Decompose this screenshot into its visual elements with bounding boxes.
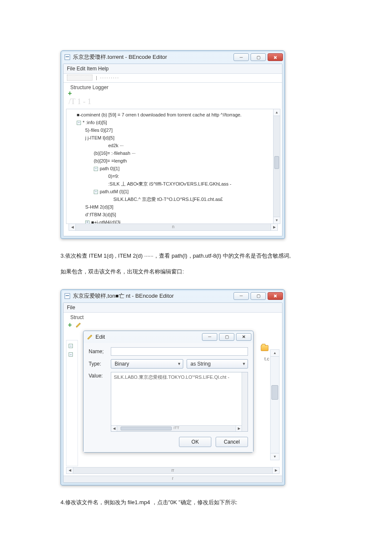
tree-row[interactable]: +■+i-ntM4(d)[3j — [70, 218, 271, 224]
tab-bar[interactable]: Structure Logger — [63, 83, 282, 90]
scroll-thumb[interactable] — [274, 156, 279, 169]
minimize-button[interactable]: ─ — [202, 333, 217, 341]
type-label: Type: — [89, 361, 107, 367]
tab-bar[interactable]: Struct — [63, 313, 282, 321]
collapse-icon[interactable]: − — [94, 167, 98, 171]
scroll-right-icon[interactable]: ▶ — [271, 224, 277, 230]
minimize-button[interactable]: ─ — [233, 292, 249, 300]
maximize-button[interactable]: ▢ — [219, 333, 234, 341]
horizontal-scrollbar[interactable]: ◀ rr ▶ — [66, 467, 280, 474]
svg-rect-3 — [66, 295, 69, 296]
tree-row[interactable]: (b)[16]= :-filehash ··· — [70, 149, 271, 157]
tree-pane-bg: − − — [66, 340, 78, 466]
scroll-left-icon[interactable]: ◀ — [69, 224, 76, 230]
tree-row[interactable]: j j-ITEM l[d)[5] — [70, 134, 271, 142]
menubar[interactable]: File — [63, 303, 282, 313]
hscroll-label: n — [172, 224, 175, 229]
icon-toolbar: + — [63, 321, 282, 331]
name-input[interactable] — [111, 347, 248, 356]
svg-marker-4 — [76, 323, 81, 327]
vertical-scrollbar[interactable]: ▲ ▼ — [270, 349, 280, 460]
value-textarea[interactable]: SlLK.LABO.東京恋愛模様.TOKYO.LO'^RS.LIFE.Ql.ch… — [111, 372, 248, 432]
collapse-icon[interactable]: − — [69, 344, 73, 348]
collapse-icon[interactable]: − — [77, 121, 81, 125]
bg-text: t.c — [264, 356, 269, 361]
scroll-right-icon[interactable]: ▶ — [272, 468, 279, 473]
pencil-icon[interactable] — [75, 322, 81, 328]
name-label: Name; — [89, 349, 107, 354]
pencil-icon — [87, 334, 93, 340]
app-icon — [64, 293, 70, 299]
titlebar[interactable]: 乐京悲爱瓊样.torrent - BEncode Editor ─ ▢ ✕ — [61, 51, 285, 64]
folder-icon[interactable] — [261, 345, 268, 351]
maximize-button[interactable]: ▢ — [251, 292, 266, 300]
hscroll-label: rr — [171, 468, 174, 473]
tree-row[interactable]: 5)-files 0)[27] — [70, 126, 271, 134]
as-select[interactable]: as String ▼ — [187, 359, 248, 369]
horizontal-scrollbar[interactable]: ◀ n ▶ — [69, 224, 278, 231]
scroll-up-icon[interactable]: ▲ — [274, 109, 280, 116]
tree-row[interactable]: :SILK 丄 ABO•東京 iS^lIffi-TCXYOlOv'ERS.LIF… — [70, 180, 271, 188]
chevron-down-icon: ▼ — [242, 362, 246, 366]
edit-dialog: Edit ─ ▢ ✕ Name; Type: — [83, 331, 254, 453]
tree-pane: ■-cominent (b) [59] = 7 orren t download… — [66, 109, 280, 224]
close-button[interactable]: ✕ — [236, 333, 251, 341]
bencode-editor-window-2: 东京应爱唆样,ton■亡 nt - BEncode Editor ─ ▢ ✕ F… — [61, 289, 285, 485]
cancel-button[interactable]: Cancel — [216, 437, 248, 447]
scroll-left-icon[interactable]: ◀ — [111, 426, 117, 431]
window-title: 东京应爱唆样,ton■亡 nt - BEncode Editor — [73, 292, 231, 300]
horizontal-scrollbar[interactable]: ◀ ITT ▶ — [111, 425, 242, 431]
tree-row[interactable]: −* :info (d)[5] — [70, 119, 271, 126]
ok-button[interactable]: OK — [179, 437, 211, 447]
scroll-left-icon[interactable]: ◀ — [66, 468, 73, 473]
close-button[interactable]: ✕ — [268, 292, 283, 300]
collapse-icon[interactable]: − — [69, 352, 73, 357]
vertical-scrollbar[interactable]: ▲ ▼ — [273, 109, 280, 224]
chevron-down-icon: ▼ — [177, 362, 181, 366]
tree-row[interactable]: d':fTBM 3(d)[5] — [70, 211, 271, 218]
tree-row[interactable]: −path 0)[1] — [70, 165, 271, 172]
dialog-titlebar[interactable]: Edit ─ ▢ ✕ — [84, 331, 253, 343]
faded-heading: /T 1 - 1 — [63, 97, 282, 106]
tree-row[interactable]: (b)[20]= =length — [70, 157, 271, 165]
vertical-scrollbar[interactable] — [242, 372, 248, 431]
tree-view[interactable]: ■-cominent (b) [59] = 7 orren t download… — [66, 109, 273, 224]
minimize-button[interactable]: ─ — [233, 53, 249, 61]
dialog-title: Edit — [95, 334, 199, 340]
plus-icon[interactable]: + — [67, 90, 73, 96]
scroll-right-icon[interactable]: ▶ — [236, 426, 242, 431]
svg-marker-5 — [88, 335, 92, 339]
titlebar[interactable]: 东京应爱唆样,ton■亡 nt - BEncode Editor ─ ▢ ✕ — [61, 290, 285, 302]
svg-rect-1 — [66, 56, 69, 57]
scroll-up-icon[interactable]: ▲ — [271, 350, 279, 357]
menubar[interactable]: File Edit Item Help — [63, 64, 282, 74]
tree-row[interactable]: S-HtM 2(d)[3] — [70, 203, 271, 211]
sub-toolbar: | ········· — [63, 74, 282, 83]
scroll-down-icon[interactable]: ▼ — [271, 453, 279, 460]
scroll-down-icon[interactable]: ▼ — [274, 217, 280, 224]
instruction-text-3a: 3.依次检查 ITEM 1(d) , ITEM 2(d) ······，查看 p… — [61, 252, 375, 261]
tree-row[interactable]: SILK.LABC.^ 京恋愛 tO-T^O.LO^RS.L[FE.01.cht… — [70, 195, 271, 203]
maximize-button[interactable]: ▢ — [251, 53, 266, 61]
outer-hscroll-label: r — [63, 476, 282, 482]
tree-row[interactable]: ed2k ··· — [70, 142, 271, 149]
window-title: 乐京悲爱瓊样.torrent - BEncode Editor — [73, 53, 231, 61]
tree-row[interactable]: −path.utM (l)[1] — [70, 188, 271, 195]
tree-row[interactable]: ■-cominent (b) [59] = 7 orren t download… — [70, 111, 271, 119]
collapse-icon[interactable]: − — [94, 190, 98, 194]
plus-icon[interactable]: + — [67, 322, 73, 328]
scroll-thumb[interactable] — [271, 385, 278, 400]
instruction-text-3b: 如果包含，双击该文件名，出现文件名称编辑窗口: — [61, 267, 375, 276]
type-select[interactable]: Binary ▼ — [111, 359, 183, 369]
value-label: Value: — [89, 372, 107, 432]
bencode-editor-window-1: 乐京悲爱瓊样.torrent - BEncode Editor ─ ▢ ✕ Fi… — [61, 50, 285, 239]
scroll-thumb[interactable] — [121, 427, 172, 430]
expand-icon[interactable]: + — [85, 221, 89, 224]
instruction-text-4: 4.修改该文件名，例如改为 file1.mp4 ，点击"0K "确定，修改后如下… — [61, 498, 375, 507]
faint-box — [67, 75, 92, 81]
close-button[interactable]: ✕ — [268, 53, 283, 61]
tree-row[interactable]: 0)=9: — [70, 172, 271, 180]
type-select-value: Binary — [115, 361, 129, 367]
hscroll-label: ITT — [173, 426, 179, 430]
app-icon — [64, 54, 70, 60]
